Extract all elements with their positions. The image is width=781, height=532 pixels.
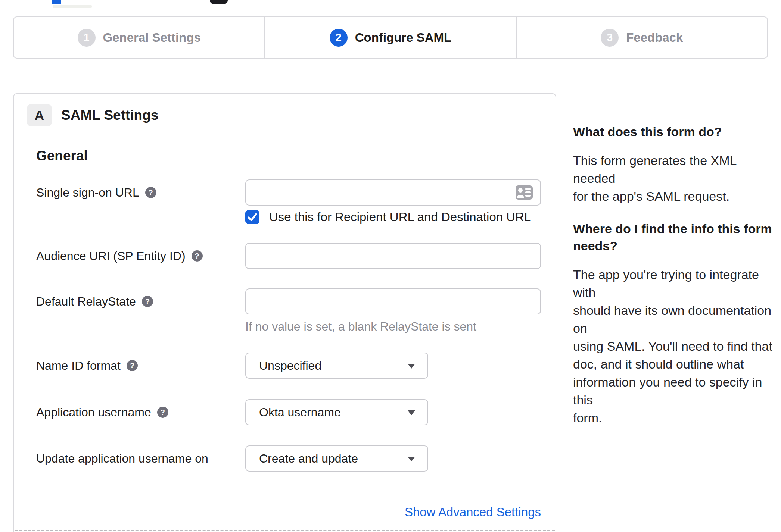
update-application-username-label: Update application username on (36, 452, 208, 466)
update-application-username-row: Update application username on Create an… (36, 445, 556, 472)
help-sidebar: What does this form do? This form genera… (573, 123, 777, 427)
configure-saml-page: 1 General Settings 2 Configure SAML 3 Fe… (0, 0, 781, 532)
field-label-group: Name ID format ? (36, 353, 245, 379)
step-feedback[interactable]: 3 Feedback (516, 17, 767, 58)
step-configure-saml[interactable]: 2 Configure SAML (264, 17, 516, 58)
recipient-url-checkbox-label[interactable]: Use this for Recipient URL and Destinati… (269, 210, 531, 224)
advanced-settings-row: Show Advanced Settings (36, 505, 541, 519)
cropped-app-logo (210, 0, 228, 4)
cropped-tab-indicator (52, 0, 61, 4)
name-id-format-select[interactable]: Unspecified (245, 353, 428, 379)
help-question-1: What does this form do? (573, 123, 777, 140)
single-sign-on-url-input[interactable] (245, 179, 541, 206)
help-icon[interactable]: ? (145, 187, 156, 198)
audience-uri-label: Audience URI (SP Entity ID) (36, 249, 186, 263)
default-relaystate-input[interactable] (245, 288, 541, 314)
step-label: Configure SAML (355, 31, 451, 45)
chevron-down-icon (408, 457, 415, 461)
help-answer-1: This form generates the XML needed for t… (573, 151, 777, 205)
application-username-select[interactable]: Okta username (245, 399, 428, 425)
name-id-format-value: Unspecified (259, 359, 321, 373)
chevron-down-icon (408, 410, 415, 415)
relaystate-hint: If no value is set, a blank RelayState i… (245, 320, 541, 334)
step-label: General Settings (103, 31, 201, 45)
field-control: Okta username (245, 399, 541, 425)
application-username-label: Application username (36, 406, 151, 419)
section-dashed-divider (15, 530, 555, 531)
help-icon[interactable]: ? (142, 296, 153, 307)
single-sign-on-url-label: Single sign-on URL (36, 186, 139, 200)
contact-card-autofill-icon[interactable] (516, 185, 533, 200)
update-application-username-value: Create and update (259, 452, 358, 466)
field-label-group: Application username ? (36, 399, 245, 425)
saml-settings-panel: A SAML Settings General Single sign-on U… (13, 93, 556, 532)
section-a-badge: A (27, 104, 52, 126)
field-control: If no value is set, a blank RelayState i… (245, 288, 541, 334)
step-number-badge: 2 (330, 29, 348, 47)
field-label-group: Audience URI (SP Entity ID) ? (36, 243, 245, 269)
step-general-settings[interactable]: 1 General Settings (14, 17, 264, 58)
default-relaystate-row: Default RelayState ? If no value is set,… (36, 288, 556, 334)
default-relaystate-label: Default RelayState (36, 295, 136, 309)
panel-header: A SAML Settings (27, 104, 556, 126)
panel-title: SAML Settings (61, 107, 158, 123)
field-label-group: Update application username on (36, 445, 245, 472)
field-label-group: Single sign-on URL ? (36, 179, 245, 206)
single-sign-on-url-row: Single sign-on URL ? (36, 179, 556, 206)
help-icon[interactable]: ? (157, 407, 168, 418)
field-control: Create and update (245, 445, 541, 472)
name-id-format-label: Name ID format (36, 359, 121, 373)
step-label: Feedback (626, 31, 683, 45)
help-icon[interactable]: ? (127, 360, 138, 371)
application-username-value: Okta username (259, 406, 341, 419)
audience-uri-row: Audience URI (SP Entity ID) ? (36, 243, 556, 269)
recipient-url-checkbox-row: Use this for Recipient URL and Destinati… (245, 210, 556, 224)
help-icon[interactable]: ? (192, 250, 203, 262)
name-id-format-row: Name ID format ? Unspecified (36, 353, 556, 379)
field-control (245, 243, 541, 269)
input-wrapper (245, 179, 541, 206)
update-application-username-select[interactable]: Create and update (245, 445, 428, 472)
help-question-2: Where do I find the info this form needs… (573, 220, 777, 254)
show-advanced-settings-link[interactable]: Show Advanced Settings (405, 505, 541, 519)
step-number-badge: 1 (78, 29, 96, 47)
application-username-row: Application username ? Okta username (36, 399, 556, 425)
use-for-recipient-url-checkbox[interactable] (245, 210, 259, 224)
field-label-group: Default RelayState ? (36, 288, 245, 314)
wizard-stepper: 1 General Settings 2 Configure SAML 3 Fe… (13, 16, 768, 59)
field-control (245, 179, 541, 206)
help-answer-2: The app you're trying to integrate with … (573, 266, 777, 427)
field-control: Unspecified (245, 353, 541, 379)
cropped-text-fragment (53, 5, 92, 8)
chevron-down-icon (408, 364, 415, 369)
general-section-heading: General (36, 148, 556, 164)
step-number-badge: 3 (601, 29, 619, 47)
audience-uri-input[interactable] (245, 243, 541, 269)
